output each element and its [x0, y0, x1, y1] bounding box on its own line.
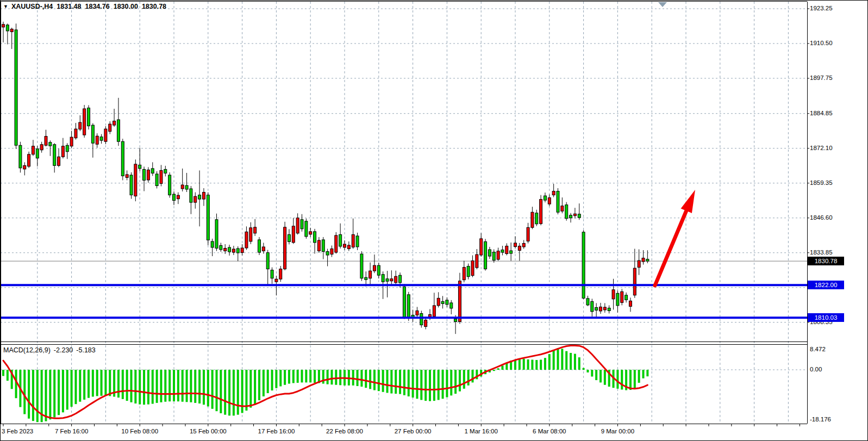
macd-histogram-bar [442, 370, 444, 399]
candle-body-down [595, 307, 598, 310]
candle-body-down [608, 308, 610, 310]
macd-histogram-bar [147, 370, 149, 405]
candle-body-up [317, 240, 320, 251]
macd-histogram-bar [74, 370, 77, 404]
macd-histogram-bar [194, 370, 196, 403]
candle-body-down [570, 215, 572, 218]
candle-body-up [177, 195, 179, 199]
candle-body-up [437, 298, 440, 306]
candle-body-down [173, 194, 176, 201]
candle-body-up [202, 192, 205, 200]
candle-body-down [53, 145, 56, 166]
chart-shift-marker-icon [658, 2, 667, 7]
candle-body-down [441, 301, 444, 303]
candle-body-down [582, 232, 585, 298]
candle-body-up [395, 276, 397, 283]
macd-histogram-bar [152, 370, 154, 404]
macd-histogram-bar [459, 370, 461, 392]
candle-body-down [586, 299, 589, 305]
macd-histogram-bar [335, 370, 337, 385]
candle-body-down [565, 205, 568, 219]
candle-body-up [552, 191, 555, 195]
trend-arrow-head[interactable] [681, 190, 695, 213]
candle-body-up [309, 232, 312, 234]
macd-histogram-bar [544, 358, 546, 370]
macd-histogram-bar [245, 370, 247, 411]
trend-arrow[interactable] [655, 190, 695, 285]
macd-histogram-bar [438, 370, 440, 400]
macd-histogram-bar [284, 370, 286, 385]
candle-body-down [130, 175, 133, 195]
macd-histogram-bar [177, 370, 179, 401]
macd-histogram-bar [139, 370, 141, 405]
macd-histogram-bar [527, 359, 529, 370]
candle-body-up [32, 146, 34, 154]
candle-body-up [194, 196, 197, 202]
candle-body-down [360, 254, 363, 278]
macd-histogram-bar [237, 370, 239, 415]
candle-body-down [305, 221, 308, 237]
macd-histogram-bar [634, 370, 636, 389]
macd-histogram-bar [254, 370, 256, 404]
candle-body-up [480, 239, 483, 255]
macd-histogram-bar [408, 370, 410, 396]
candle-body-up [45, 136, 47, 146]
candle-body-down [88, 108, 90, 126]
macd-histogram-bar [292, 370, 295, 383]
candle-body-up [416, 310, 419, 315]
macd-histogram-bar [7, 370, 9, 381]
chart-canvas[interactable] [0, 0, 868, 441]
candle-body-down [488, 250, 491, 256]
macd-histogram-bar [198, 370, 201, 403]
macd-histogram-bar [553, 351, 555, 370]
macd-histogram-bar [263, 370, 265, 396]
candle-body-down [155, 174, 158, 186]
macd-histogram-bar [279, 370, 282, 386]
trend-arrow-shaft[interactable] [655, 208, 688, 285]
macd-histogram-bar [168, 370, 171, 401]
macd-histogram-bar [23, 370, 26, 414]
macd-histogram-bar [352, 370, 354, 386]
macd-histogram-bar [297, 370, 299, 383]
candle-body-up [262, 247, 265, 251]
macd-histogram-bar [173, 370, 175, 401]
macd-histogram-bar [258, 370, 260, 400]
candle-body-up [126, 175, 128, 178]
macd-histogram-bar [561, 349, 563, 370]
candle-body-up [61, 146, 64, 157]
macd-histogram-bar [28, 370, 30, 419]
candle-body-up [390, 279, 393, 281]
chart-window: ▼XAUUSD-,H41831.481834.761830.001830.78 … [0, 0, 868, 441]
macd-histogram-bar [305, 370, 307, 382]
candle-body-down [215, 220, 218, 249]
candle-body-up [181, 185, 184, 189]
candle-body-up [241, 248, 243, 253]
macd-histogram-bar [330, 370, 333, 384]
macd-histogram-bar [45, 370, 47, 421]
candle-body-down [492, 252, 495, 260]
candle-body-up [113, 121, 116, 126]
macd-histogram-bar [523, 359, 525, 370]
macd-histogram-bar [309, 370, 311, 382]
candle-body-up [249, 228, 252, 241]
candle-body-down [407, 295, 410, 319]
candle-body-up [629, 301, 632, 306]
macd-histogram-bar [134, 370, 136, 403]
candle-body-down [117, 120, 120, 141]
macd-histogram-bar [604, 370, 606, 385]
macd-histogram-bar [450, 370, 452, 395]
macd-histogram-bar [109, 370, 111, 396]
candle-body-down [616, 293, 619, 306]
macd-histogram-bar [160, 370, 162, 402]
candle-body-down [164, 169, 167, 173]
macd-histogram-bar [416, 370, 418, 399]
candle-body-down [377, 265, 380, 275]
macd-histogram-bar [271, 370, 273, 390]
candle-body-up [284, 227, 286, 269]
candle-body-up [522, 243, 525, 247]
candle-body-up [79, 122, 82, 129]
candle-body-up [40, 145, 43, 150]
macd-histogram-bar [104, 370, 107, 396]
macd-histogram-bar [53, 370, 55, 418]
macd-histogram-bar [32, 370, 34, 421]
